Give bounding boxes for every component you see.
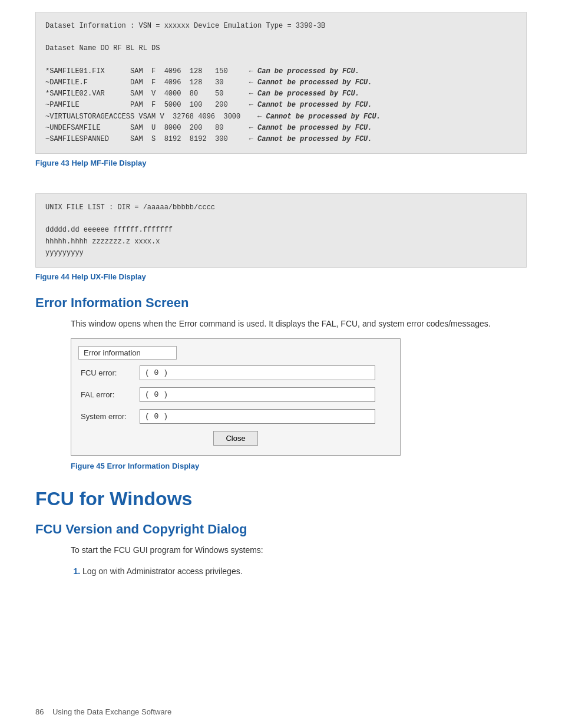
fcu-error-field: ( 0 ) — [140, 365, 375, 380]
figure43-caption: Figure 43 Help MF-File Display — [35, 159, 527, 167]
figure44-line3: hhhhh.hhhh zzzzzzz.z xxxx.x — [45, 236, 517, 248]
fcu-section-heading: FCU for Windows — [35, 488, 527, 510]
fal-error-label: FAL error: — [81, 390, 140, 399]
error-section-heading: Error Information Screen — [35, 295, 527, 311]
figure43-row-2: ~DAMFILE.F DAM F 4096 128 30 ← Cannot be… — [45, 77, 517, 88]
figure43-columns: Dataset Name DO RF BL RL DS — [45, 43, 517, 54]
figure44-line4: yyyyyyyyy — [45, 248, 517, 259]
figure43-row-3: *SAMFILE02.VAR SAM V 4000 80 50 ← Can be… — [45, 88, 517, 100]
fcu-steps-list: Log on with Administrator access privile… — [82, 565, 527, 578]
figure44-caption: Figure 44 Help UX-File Display — [35, 272, 527, 281]
figure43-header: Dataset Information : VSN = xxxxxx Devic… — [45, 21, 517, 32]
figure45-caption: Figure 45 Error Information Display — [71, 462, 527, 470]
close-button[interactable]: Close — [213, 431, 257, 446]
fcu-error-row: FCU error: ( 0 ) — [81, 365, 391, 380]
figure44-line2: ddddd.dd eeeeee ffffff.fffffff — [45, 225, 517, 236]
figure43-row-5: ~VIRTUALSTORAGEACCESS VSAM V 32768 4096 … — [45, 111, 517, 123]
dialog-body: FCU error: ( 0 ) FAL error: ( 0 ) System… — [71, 360, 400, 455]
sys-error-label: System error: — [81, 412, 140, 421]
figure43-code-block: Dataset Information : VSN = xxxxxx Devic… — [35, 12, 527, 154]
fcu-intro: To start the FCU GUI program for Windows… — [71, 544, 527, 556]
figure44-line1: UNIX FILE LIST : DIR = /aaaaa/bbbbb/cccc — [45, 202, 517, 213]
fcu-sub-heading: FCU Version and Copyright Dialog — [35, 522, 527, 537]
page-footer: 86 Using the Data Exchange Software — [35, 707, 171, 716]
figure44-code-block: UNIX FILE LIST : DIR = /aaaaa/bbbbb/cccc… — [35, 193, 527, 268]
figure43-row-7: ~SAMFILESPANNED SAM S 8192 8192 300 ← Ca… — [45, 134, 517, 145]
error-section-description: This window opens when the Error command… — [71, 318, 527, 330]
page-number: 86 — [35, 707, 44, 716]
footer-text: Using the Data Exchange Software — [52, 707, 171, 716]
error-dialog: Error information FCU error: ( 0 ) FAL e… — [71, 338, 401, 456]
sys-error-field: ( 0 ) — [140, 409, 375, 424]
dialog-titlebar: Error information — [78, 346, 177, 360]
fal-error-field: ( 0 ) — [140, 387, 375, 402]
figure43-row-6: ~UNDEFSAMFILE SAM U 8000 200 80 ← Cannot… — [45, 123, 517, 134]
figure43-row-4: ~PAMFILE PAM F 5000 100 200 ← Cannot be … — [45, 100, 517, 111]
sys-error-row: System error: ( 0 ) — [81, 409, 391, 424]
figure43-row-1: *SAMFILE01.FIX SAM F 4096 128 150 ← Can … — [45, 66, 517, 77]
fal-error-row: FAL error: ( 0 ) — [81, 387, 391, 402]
fcu-error-label: FCU error: — [81, 368, 140, 377]
dialog-close-row: Close — [81, 431, 391, 446]
fcu-step-1: Log on with Administrator access privile… — [82, 565, 527, 578]
